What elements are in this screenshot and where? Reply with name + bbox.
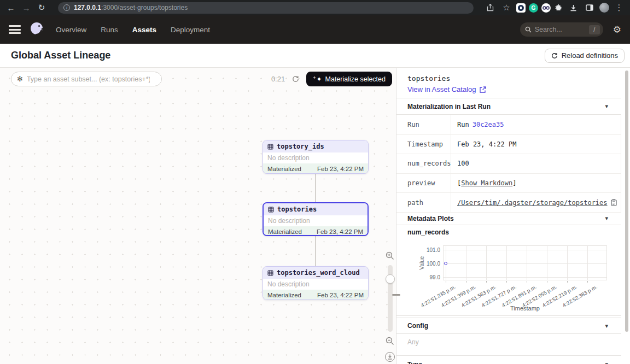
dagster-logo[interactable] [28,21,46,38]
browser-menu-kebab-icon[interactable]: ⋮ [612,2,626,14]
run-id-link[interactable]: 30c2ea35 [472,121,504,128]
panel-scrollbar[interactable] [625,71,628,332]
url-text: 127.0.0.1:3000/asset-groups/topstories [74,4,188,11]
collapse-caret-icon[interactable]: ▾ [605,215,608,222]
asset-node-description: No description [263,152,368,163]
collapse-caret-icon[interactable]: ▾ [605,361,608,364]
chart-y-tick: 101.0 [427,247,440,253]
table-icon [267,270,273,276]
materialization-metadata-table: Run Run30c2ea35 Timestamp Feb 23, 4:22 P… [396,115,621,213]
section-type[interactable]: Type ▾ [396,355,621,364]
chart-y-tick: 100.0 [427,261,440,267]
asset-node-timestamp: Feb 23, 4:22 PM [317,166,364,172]
nav-item-assets[interactable]: Assets [132,26,156,34]
search-icon [525,26,532,33]
asset-node-name: topstory_ids [277,143,324,150]
global-search[interactable]: / [520,22,603,37]
asset-subset-input[interactable] [27,75,150,83]
asset-node-status: Materialized [267,292,301,298]
address-bar[interactable]: i 127.0.0.1:3000/asset-groups/topstories [58,2,474,14]
asset-subset-filter[interactable]: ✻ [11,72,162,86]
path-link[interactable]: /Users/tim/.dagster/storage/topstories [457,199,608,207]
bookmark-star-icon[interactable]: ☆ [500,2,513,14]
url-host: 127.0.0.1 [74,4,101,11]
zoom-in-icon[interactable] [386,251,394,260]
lineage-edge [315,174,316,202]
view-in-asset-catalog-link[interactable]: View in Asset Catalog [407,85,486,93]
external-link-icon [480,86,486,93]
extension-icon-1[interactable] [516,3,526,13]
table-row-path: path /Users/tim/.dagster/storage/topstor… [396,193,621,213]
asset-node-topstories[interactable]: topstories No description Materialized F… [262,202,369,236]
asset-node-timestamp: Feb 23, 4:22 PM [317,228,363,235]
refresh-icon [551,52,558,59]
table-icon [267,144,273,150]
config-value: Any [407,338,419,346]
asset-node-status: Materialized [268,228,302,235]
browser-toolbar: ← → ↻ i 127.0.0.1:3000/asset-groups/tops… [0,0,630,15]
site-info-icon[interactable]: i [63,4,70,11]
asset-node-timestamp: Feb 23, 4:22 PM [317,292,364,298]
chart-data-point[interactable] [444,262,447,265]
app-nav-bar: Overview Runs Assets Deployment / ⚙ [0,15,630,44]
graph-refresh-icon[interactable] [292,75,299,83]
refresh-timer: 0:21 [271,75,285,83]
panel-divider-handle[interactable] [392,294,400,296]
collapse-caret-icon[interactable]: ▾ [605,322,608,330]
section-config[interactable]: Config ▾ [396,318,621,334]
chart-x-tick: 4:22:51.563 p.m. [460,284,497,308]
show-markdown-link[interactable]: Show Markdown [461,179,512,187]
asset-graph-canvas[interactable]: ✻ 0:21 +✦ Materialize selected topstory_… [0,68,396,364]
materialize-selected-button[interactable]: +✦ Materialize selected [306,72,392,86]
search-shortcut-badge: / [589,25,600,34]
share-icon[interactable] [483,2,497,14]
asset-node-name: topstories [277,206,317,213]
lineage-edge [315,236,316,266]
section-metadata-plots[interactable]: Metadata Plots ▾ [396,212,621,225]
chart-y-axis-label: Value [419,256,425,270]
extensions-puzzle-icon[interactable] [554,3,563,13]
search-input[interactable] [535,26,582,33]
nav-item-overview[interactable]: Overview [56,26,86,34]
asset-node-description: No description [263,279,368,290]
op-selector-icon: ✻ [17,75,23,83]
asset-node-topstories-word-cloud[interactable]: topstories_word_cloud No description Mat… [262,266,369,300]
zoom-out-icon[interactable] [386,337,394,345]
section-materialization-last-run[interactable]: Materialization in Last Run ▾ [396,98,621,115]
fit-view-icon[interactable] [385,352,395,362]
collapse-caret-icon[interactable]: ▾ [605,103,608,110]
settings-gear-icon[interactable]: ⚙ [613,24,621,36]
hamburger-menu-icon[interactable] [9,25,21,34]
nav-item-deployment[interactable]: Deployment [171,26,210,34]
page-header: Global Asset Lineage Reload definitions [0,44,630,68]
table-row-preview: preview [Show Markdown] [396,174,621,193]
asset-node-status: Materialized [267,166,301,172]
chart-y-tick: 99.0 [430,274,440,280]
table-row-run: Run Run30c2ea35 [396,115,621,135]
browser-forward-button[interactable]: → [20,2,33,14]
num-records-chart: Value 101.0100.099.04:22:51.235 p.m.4:22… [396,225,621,316]
downloads-icon[interactable] [567,2,580,14]
extension-icon-goggles[interactable] [541,3,551,13]
primary-nav: Overview Runs Assets Deployment [56,26,210,34]
zoom-slider-handle[interactable] [386,274,395,284]
selected-asset-name: topstories [407,74,621,83]
asset-node-topstory-ids[interactable]: topstory_ids No description Materialized… [262,140,369,174]
profile-avatar[interactable] [599,3,609,13]
asset-node-description: No description [264,215,368,226]
grammarly-extension-icon[interactable]: G [529,3,538,13]
chart-x-tick: 4:22:51.399 p.m. [440,284,476,308]
asset-details-panel: topstories View in Asset Catalog Materia… [396,68,630,364]
browser-reload-button[interactable]: ↻ [35,2,48,14]
page-title: Global Asset Lineage [11,50,110,61]
copy-clipboard-icon[interactable] [611,199,617,206]
materialize-sparkle-icon: +✦ [313,75,322,83]
browser-back-button[interactable]: ← [4,2,18,14]
main-content: ✻ 0:21 +✦ Materialize selected topstory_… [0,68,630,364]
chart-plot-area: 101.0100.099.04:22:51.235 p.m.4:22:51.39… [443,245,607,280]
chart-x-tick: 4:22:51.235 p.m. [419,284,456,308]
reload-definitions-button[interactable]: Reload definitions [545,49,625,63]
side-panel-icon[interactable] [583,2,596,14]
table-icon [268,207,274,213]
nav-item-runs[interactable]: Runs [101,26,118,34]
